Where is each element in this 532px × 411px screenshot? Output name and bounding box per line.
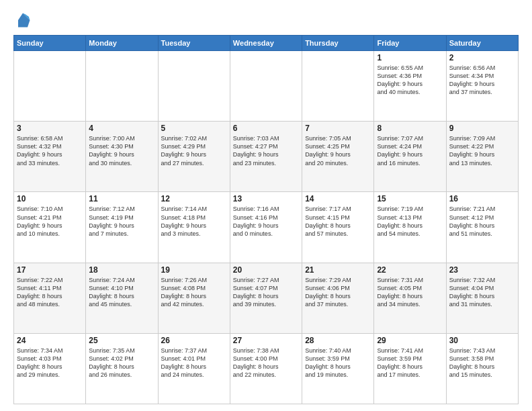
calendar-cell: 8Sunrise: 7:07 AM Sunset: 4:24 PM Daylig… [374,122,446,192]
calendar-cell: 12Sunrise: 7:14 AM Sunset: 4:18 PM Dayli… [158,192,230,263]
day-info: Sunrise: 7:16 AM Sunset: 4:16 PM Dayligh… [233,205,299,238]
day-number: 2 [449,53,515,62]
day-number: 4 [89,124,154,133]
day-info: Sunrise: 7:40 AM Sunset: 3:59 PM Dayligh… [305,347,371,379]
day-number: 18 [89,265,154,275]
calendar-cell: 18Sunrise: 7:24 AM Sunset: 4:10 PM Dayli… [86,263,158,333]
day-number: 21 [305,265,371,275]
logo-icon [13,11,32,30]
weekday-header-thursday: Thursday [302,36,374,51]
calendar-cell: 16Sunrise: 7:21 AM Sunset: 4:12 PM Dayli… [446,192,518,263]
day-info: Sunrise: 7:00 AM Sunset: 4:30 PM Dayligh… [89,134,154,167]
day-info: Sunrise: 7:07 AM Sunset: 4:24 PM Dayligh… [377,134,443,167]
day-info: Sunrise: 6:58 AM Sunset: 4:32 PM Dayligh… [17,134,83,167]
calendar-cell: 21Sunrise: 7:29 AM Sunset: 4:06 PM Dayli… [302,263,374,333]
calendar-cell: 3Sunrise: 6:58 AM Sunset: 4:32 PM Daylig… [14,122,86,192]
day-number: 16 [449,194,515,203]
day-info: Sunrise: 7:22 AM Sunset: 4:11 PM Dayligh… [17,276,83,309]
day-number: 27 [233,336,299,345]
day-info: Sunrise: 7:17 AM Sunset: 4:15 PM Dayligh… [305,205,371,238]
day-info: Sunrise: 7:05 AM Sunset: 4:25 PM Dayligh… [305,134,371,167]
week-row-2: 3Sunrise: 6:58 AM Sunset: 4:32 PM Daylig… [14,122,519,192]
calendar-cell: 13Sunrise: 7:16 AM Sunset: 4:16 PM Dayli… [230,192,302,263]
day-info: Sunrise: 7:31 AM Sunset: 4:05 PM Dayligh… [377,276,443,309]
week-row-4: 17Sunrise: 7:22 AM Sunset: 4:11 PM Dayli… [14,263,519,333]
day-number: 17 [17,265,83,275]
calendar-cell [86,51,158,122]
day-info: Sunrise: 7:37 AM Sunset: 4:01 PM Dayligh… [161,347,227,379]
calendar-cell: 1Sunrise: 6:55 AM Sunset: 4:36 PM Daylig… [374,51,446,122]
day-number: 3 [17,124,83,133]
calendar-cell: 28Sunrise: 7:40 AM Sunset: 3:59 PM Dayli… [302,333,374,404]
weekday-header-tuesday: Tuesday [158,36,230,51]
day-number: 23 [449,265,515,275]
calendar-cell: 24Sunrise: 7:34 AM Sunset: 4:03 PM Dayli… [14,333,86,404]
calendar-cell: 25Sunrise: 7:35 AM Sunset: 4:02 PM Dayli… [86,333,158,404]
day-number: 22 [377,265,443,275]
day-info: Sunrise: 7:35 AM Sunset: 4:02 PM Dayligh… [89,347,154,379]
calendar-cell: 11Sunrise: 7:12 AM Sunset: 4:19 PM Dayli… [86,192,158,263]
day-number: 9 [449,124,515,133]
day-number: 13 [233,194,299,203]
calendar-cell: 2Sunrise: 6:56 AM Sunset: 4:34 PM Daylig… [446,51,518,122]
day-info: Sunrise: 7:32 AM Sunset: 4:04 PM Dayligh… [449,276,515,309]
calendar-cell: 14Sunrise: 7:17 AM Sunset: 4:15 PM Dayli… [302,192,374,263]
day-number: 1 [377,53,443,62]
day-info: Sunrise: 7:19 AM Sunset: 4:13 PM Dayligh… [377,205,443,238]
calendar-cell: 29Sunrise: 7:41 AM Sunset: 3:59 PM Dayli… [374,333,446,404]
day-info: Sunrise: 7:09 AM Sunset: 4:22 PM Dayligh… [449,134,515,167]
day-info: Sunrise: 7:41 AM Sunset: 3:59 PM Dayligh… [377,347,443,379]
day-info: Sunrise: 7:03 AM Sunset: 4:27 PM Dayligh… [233,134,299,167]
day-number: 12 [161,194,227,203]
calendar-cell: 7Sunrise: 7:05 AM Sunset: 4:25 PM Daylig… [302,122,374,192]
calendar-cell [158,51,230,122]
calendar-cell: 17Sunrise: 7:22 AM Sunset: 4:11 PM Dayli… [14,263,86,333]
calendar-table: SundayMondayTuesdayWednesdayThursdayFrid… [13,35,519,404]
calendar-cell: 9Sunrise: 7:09 AM Sunset: 4:22 PM Daylig… [446,122,518,192]
calendar-cell: 5Sunrise: 7:02 AM Sunset: 4:29 PM Daylig… [158,122,230,192]
day-info: Sunrise: 7:43 AM Sunset: 3:58 PM Dayligh… [449,347,515,379]
day-info: Sunrise: 7:14 AM Sunset: 4:18 PM Dayligh… [161,205,227,238]
day-number: 24 [17,336,83,345]
calendar-cell [302,51,374,122]
day-info: Sunrise: 6:55 AM Sunset: 4:36 PM Dayligh… [377,64,443,97]
weekday-header-sunday: Sunday [14,36,86,51]
page: SundayMondayTuesdayWednesdayThursdayFrid… [0,0,532,411]
day-number: 7 [305,124,371,133]
day-number: 5 [161,124,227,133]
day-info: Sunrise: 7:12 AM Sunset: 4:19 PM Dayligh… [89,205,154,238]
calendar-cell: 30Sunrise: 7:43 AM Sunset: 3:58 PM Dayli… [446,333,518,404]
calendar-cell: 6Sunrise: 7:03 AM Sunset: 4:27 PM Daylig… [230,122,302,192]
calendar-cell: 22Sunrise: 7:31 AM Sunset: 4:05 PM Dayli… [374,263,446,333]
day-info: Sunrise: 6:56 AM Sunset: 4:34 PM Dayligh… [449,64,515,97]
day-number: 11 [89,194,154,203]
weekday-header-friday: Friday [374,36,446,51]
day-info: Sunrise: 7:27 AM Sunset: 4:07 PM Dayligh… [233,276,299,309]
day-info: Sunrise: 7:21 AM Sunset: 4:12 PM Dayligh… [449,205,515,238]
calendar-cell: 23Sunrise: 7:32 AM Sunset: 4:04 PM Dayli… [446,263,518,333]
calendar-cell: 19Sunrise: 7:26 AM Sunset: 4:08 PM Dayli… [158,263,230,333]
day-info: Sunrise: 7:38 AM Sunset: 4:00 PM Dayligh… [233,347,299,379]
day-number: 25 [89,336,154,345]
day-number: 10 [17,194,83,203]
day-number: 15 [377,194,443,203]
day-number: 28 [305,336,371,345]
weekday-header-row: SundayMondayTuesdayWednesdayThursdayFrid… [14,36,519,51]
day-info: Sunrise: 7:10 AM Sunset: 4:21 PM Dayligh… [17,205,83,238]
calendar-cell: 27Sunrise: 7:38 AM Sunset: 4:00 PM Dayli… [230,333,302,404]
day-number: 29 [377,336,443,345]
weekday-header-saturday: Saturday [446,36,518,51]
calendar-cell [230,51,302,122]
day-number: 30 [449,336,515,345]
day-number: 26 [161,336,227,345]
day-info: Sunrise: 7:02 AM Sunset: 4:29 PM Dayligh… [161,134,227,167]
day-info: Sunrise: 7:26 AM Sunset: 4:08 PM Dayligh… [161,276,227,309]
day-number: 8 [377,124,443,133]
day-number: 19 [161,265,227,275]
calendar-cell: 26Sunrise: 7:37 AM Sunset: 4:01 PM Dayli… [158,333,230,404]
svg-marker-0 [18,13,30,28]
day-number: 6 [233,124,299,133]
header [13,11,519,30]
calendar-cell: 4Sunrise: 7:00 AM Sunset: 4:30 PM Daylig… [86,122,158,192]
weekday-header-monday: Monday [86,36,158,51]
